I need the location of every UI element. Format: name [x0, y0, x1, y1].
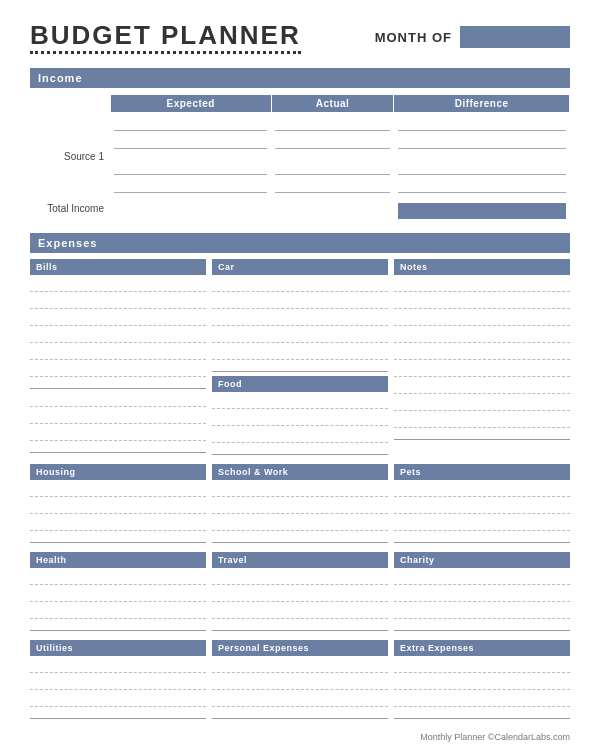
bills-line-7[interactable] — [30, 392, 206, 407]
car-line-1[interactable] — [212, 277, 388, 292]
notes-line-1[interactable] — [394, 277, 570, 292]
notes-line-4[interactable] — [394, 328, 570, 343]
charity-block: Charity — [394, 552, 570, 634]
source-2-diff-line2[interactable] — [398, 179, 566, 193]
pets-block: Pets — [394, 464, 570, 546]
notes-line-3[interactable] — [394, 311, 570, 326]
health-line-1[interactable] — [30, 570, 206, 585]
car-line-3[interactable] — [212, 311, 388, 326]
bills-line-3[interactable] — [30, 311, 206, 326]
notes-sep-1 — [394, 430, 570, 440]
bills-line-1[interactable] — [30, 277, 206, 292]
charity-line-3[interactable] — [394, 604, 570, 619]
notes-line-5[interactable] — [394, 345, 570, 360]
utilities-line-1[interactable] — [30, 658, 206, 673]
bills-block: Bills — [30, 259, 206, 458]
source-1-actual-line2[interactable] — [275, 135, 389, 149]
source-2-expected-line[interactable] — [114, 161, 267, 175]
housing-block: Housing — [30, 464, 206, 546]
travel-line-2[interactable] — [212, 587, 388, 602]
personal-line-1[interactable] — [212, 658, 388, 673]
source-1-diff-line[interactable] — [398, 117, 566, 131]
bills-sep-1 — [30, 379, 206, 389]
travel-sep-1 — [212, 621, 388, 631]
page-title: Budget Planner — [30, 20, 301, 54]
notes-line-2[interactable] — [394, 294, 570, 309]
notes-line-7[interactable] — [394, 379, 570, 394]
charity-line-2[interactable] — [394, 587, 570, 602]
total-income-row: Total Income — [30, 199, 570, 221]
school-line-1[interactable] — [212, 482, 388, 497]
utilities-line-3[interactable] — [30, 692, 206, 707]
pets-sep-1 — [394, 533, 570, 543]
utilities-sep-1 — [30, 709, 206, 719]
total-income-box[interactable] — [398, 203, 566, 219]
footer: Monthly Planner ©CalendarLabs.com — [30, 732, 570, 742]
health-line-2[interactable] — [30, 587, 206, 602]
source-1-label: Source 1 — [30, 113, 110, 200]
housing-line-1[interactable] — [30, 482, 206, 497]
source-2-diff-line[interactable] — [398, 161, 566, 175]
food-line-3[interactable] — [212, 428, 388, 443]
source-1-expected-line[interactable] — [114, 117, 267, 131]
expenses-section: Expenses Bills Car Food — [30, 233, 570, 722]
pets-line-1[interactable] — [394, 482, 570, 497]
car-block: Car Food — [212, 259, 388, 458]
extra-line-3[interactable] — [394, 692, 570, 707]
travel-line-1[interactable] — [212, 570, 388, 585]
food-line-1[interactable] — [212, 394, 388, 409]
pets-header: Pets — [394, 464, 570, 480]
month-of-label: Month of — [375, 30, 452, 45]
notes-line-9[interactable] — [394, 413, 570, 428]
expenses-header: Expenses — [30, 233, 570, 253]
source-1-expected-line2[interactable] — [114, 135, 267, 149]
bills-line-5[interactable] — [30, 345, 206, 360]
utilities-header: Utilities — [30, 640, 206, 656]
school-line-2[interactable] — [212, 499, 388, 514]
travel-line-3[interactable] — [212, 604, 388, 619]
extra-line-2[interactable] — [394, 675, 570, 690]
income-source-1-row: Source 1 — [30, 113, 570, 156]
notes-line-6[interactable] — [394, 362, 570, 377]
expenses-row-2: Housing School & Work Pets — [30, 464, 570, 546]
pets-line-3[interactable] — [394, 516, 570, 531]
extra-sep-1 — [394, 709, 570, 719]
month-input-box[interactable] — [460, 26, 570, 48]
source-2-expected-line2[interactable] — [114, 179, 267, 193]
personal-block: Personal Expenses — [212, 640, 388, 722]
housing-sep-1 — [30, 533, 206, 543]
car-line-2[interactable] — [212, 294, 388, 309]
personal-line-2[interactable] — [212, 675, 388, 690]
health-line-3[interactable] — [30, 604, 206, 619]
notes-line-8[interactable] — [394, 396, 570, 411]
charity-line-1[interactable] — [394, 570, 570, 585]
col-actual: Actual — [271, 95, 393, 113]
bills-line-4[interactable] — [30, 328, 206, 343]
school-line-3[interactable] — [212, 516, 388, 531]
source-1-diff-line2[interactable] — [398, 135, 566, 149]
bills-line-2[interactable] — [30, 294, 206, 309]
school-work-header: School & Work — [212, 464, 388, 480]
personal-line-3[interactable] — [212, 692, 388, 707]
car-line-5[interactable] — [212, 345, 388, 360]
bills-line-9[interactable] — [30, 426, 206, 441]
extra-line-1[interactable] — [394, 658, 570, 673]
food-sep-1 — [212, 445, 388, 455]
food-line-2[interactable] — [212, 411, 388, 426]
utilities-block: Utilities — [30, 640, 206, 722]
source-1-actual-line[interactable] — [275, 117, 389, 131]
food-header: Food — [212, 376, 388, 392]
source-2-actual-line[interactable] — [275, 161, 389, 175]
extra-block: Extra Expenses — [394, 640, 570, 722]
pets-line-2[interactable] — [394, 499, 570, 514]
total-income-label: Total Income — [30, 199, 110, 221]
bills-line-6[interactable] — [30, 362, 206, 377]
car-line-4[interactable] — [212, 328, 388, 343]
bills-line-8[interactable] — [30, 409, 206, 424]
housing-line-3[interactable] — [30, 516, 206, 531]
utilities-line-2[interactable] — [30, 675, 206, 690]
housing-line-2[interactable] — [30, 499, 206, 514]
car-header: Car — [212, 259, 388, 275]
source-2-actual-line2[interactable] — [275, 179, 389, 193]
school-work-block: School & Work — [212, 464, 388, 546]
